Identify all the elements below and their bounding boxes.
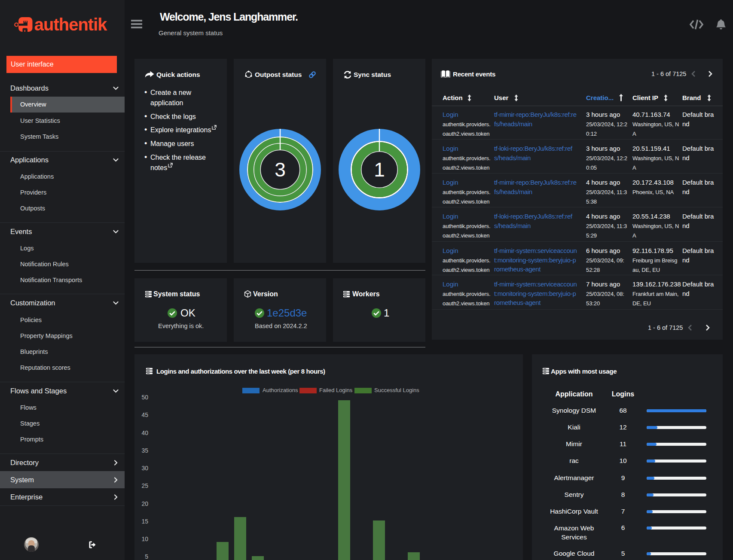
svg-text:authentik: authentik [34, 15, 108, 33]
svg-text:3: 3 [275, 158, 286, 181]
svg-text:1: 1 [374, 158, 385, 181]
